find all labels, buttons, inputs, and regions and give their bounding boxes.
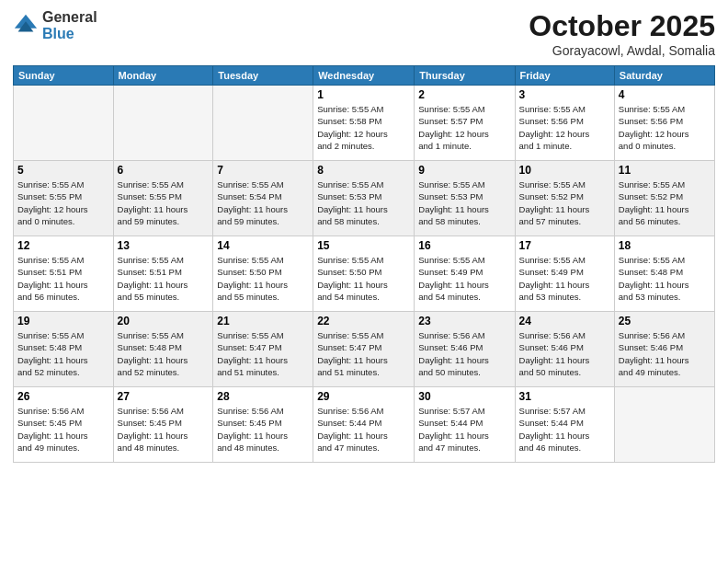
calendar-cell: 3Sunrise: 5:55 AMSunset: 5:56 PMDaylight… [515, 86, 614, 161]
header: General Blue October 2025 Gorayacowl, Aw… [13, 9, 715, 58]
calendar-cell: 7Sunrise: 5:55 AMSunset: 5:54 PMDaylight… [213, 161, 313, 236]
day-info: Sunrise: 5:56 AMSunset: 5:46 PMDaylight:… [619, 329, 711, 378]
calendar-cell: 8Sunrise: 5:55 AMSunset: 5:53 PMDaylight… [313, 161, 415, 236]
calendar-week-row: 12Sunrise: 5:55 AMSunset: 5:51 PMDayligh… [14, 236, 715, 312]
calendar-cell: 23Sunrise: 5:56 AMSunset: 5:46 PMDayligh… [415, 312, 515, 387]
calendar-cell: 10Sunrise: 5:55 AMSunset: 5:52 PMDayligh… [515, 161, 614, 236]
calendar-cell: 5Sunrise: 5:55 AMSunset: 5:55 PMDaylight… [14, 161, 114, 236]
day-info: Sunrise: 5:55 AMSunset: 5:48 PMDaylight:… [17, 329, 109, 378]
day-info: Sunrise: 5:56 AMSunset: 5:45 PMDaylight:… [118, 405, 210, 454]
day-number: 11 [619, 164, 711, 177]
calendar-cell: 29Sunrise: 5:56 AMSunset: 5:44 PMDayligh… [313, 387, 415, 463]
calendar-cell [213, 86, 313, 161]
day-number: 3 [519, 88, 610, 101]
header-monday: Monday [113, 66, 213, 86]
title-block: October 2025 Gorayacowl, Awdal, Somalia [529, 9, 715, 58]
calendar-cell [614, 387, 714, 463]
day-info: Sunrise: 5:55 AMSunset: 5:48 PMDaylight:… [118, 329, 210, 378]
day-number: 21 [217, 315, 309, 327]
day-info: Sunrise: 5:55 AMSunset: 5:55 PMDaylight:… [118, 178, 210, 227]
day-info: Sunrise: 5:55 AMSunset: 5:58 PMDaylight:… [317, 103, 410, 152]
day-info: Sunrise: 5:55 AMSunset: 5:47 PMDaylight:… [317, 329, 410, 378]
header-saturday: Saturday [614, 66, 714, 86]
day-info: Sunrise: 5:55 AMSunset: 5:54 PMDaylight:… [217, 178, 309, 227]
day-number: 5 [17, 164, 109, 177]
calendar-cell: 17Sunrise: 5:55 AMSunset: 5:49 PMDayligh… [515, 236, 614, 312]
month-title: October 2025 [529, 9, 715, 43]
day-info: Sunrise: 5:55 AMSunset: 5:48 PMDaylight:… [619, 254, 711, 303]
day-number: 10 [519, 164, 610, 177]
day-number: 6 [118, 164, 210, 177]
calendar-cell: 2Sunrise: 5:55 AMSunset: 5:57 PMDaylight… [415, 86, 515, 161]
day-number: 22 [317, 315, 410, 327]
calendar-week-row: 26Sunrise: 5:56 AMSunset: 5:45 PMDayligh… [14, 387, 715, 463]
day-number: 26 [17, 390, 109, 403]
calendar-cell: 16Sunrise: 5:55 AMSunset: 5:49 PMDayligh… [415, 236, 515, 312]
day-number: 30 [418, 390, 510, 403]
location-subtitle: Gorayacowl, Awdal, Somalia [529, 43, 715, 58]
day-info: Sunrise: 5:55 AMSunset: 5:55 PMDaylight:… [17, 178, 109, 227]
day-number: 4 [619, 88, 711, 101]
calendar-cell: 22Sunrise: 5:55 AMSunset: 5:47 PMDayligh… [313, 312, 415, 387]
day-number: 16 [418, 239, 510, 252]
header-friday: Friday [515, 66, 614, 86]
day-number: 23 [418, 315, 510, 327]
day-info: Sunrise: 5:56 AMSunset: 5:45 PMDaylight:… [217, 405, 309, 454]
day-number: 9 [418, 164, 510, 177]
day-number: 14 [217, 239, 309, 252]
day-number: 12 [17, 239, 109, 252]
calendar-cell: 30Sunrise: 5:57 AMSunset: 5:44 PMDayligh… [415, 387, 515, 463]
day-info: Sunrise: 5:55 AMSunset: 5:56 PMDaylight:… [619, 103, 711, 152]
calendar-cell: 13Sunrise: 5:55 AMSunset: 5:51 PMDayligh… [113, 236, 213, 312]
day-info: Sunrise: 5:55 AMSunset: 5:49 PMDaylight:… [519, 254, 610, 303]
day-number: 2 [418, 88, 510, 101]
calendar-cell: 24Sunrise: 5:56 AMSunset: 5:46 PMDayligh… [515, 312, 614, 387]
calendar-week-row: 5Sunrise: 5:55 AMSunset: 5:55 PMDaylight… [14, 161, 715, 236]
day-info: Sunrise: 5:56 AMSunset: 5:45 PMDaylight:… [17, 405, 109, 454]
logo: General Blue [13, 9, 97, 42]
calendar-table: Sunday Monday Tuesday Wednesday Thursday… [13, 65, 715, 463]
day-number: 8 [317, 164, 410, 177]
day-info: Sunrise: 5:55 AMSunset: 5:56 PMDaylight:… [519, 103, 610, 152]
day-info: Sunrise: 5:55 AMSunset: 5:51 PMDaylight:… [118, 254, 210, 303]
calendar-cell: 12Sunrise: 5:55 AMSunset: 5:51 PMDayligh… [14, 236, 114, 312]
day-number: 20 [118, 315, 210, 327]
day-number: 29 [317, 390, 410, 403]
day-number: 25 [619, 315, 711, 327]
calendar-cell: 28Sunrise: 5:56 AMSunset: 5:45 PMDayligh… [213, 387, 313, 463]
calendar-cell: 31Sunrise: 5:57 AMSunset: 5:44 PMDayligh… [515, 387, 614, 463]
day-info: Sunrise: 5:55 AMSunset: 5:52 PMDaylight:… [519, 178, 610, 227]
calendar-cell: 1Sunrise: 5:55 AMSunset: 5:58 PMDaylight… [313, 86, 415, 161]
calendar-week-row: 19Sunrise: 5:55 AMSunset: 5:48 PMDayligh… [14, 312, 715, 387]
calendar-cell: 21Sunrise: 5:55 AMSunset: 5:47 PMDayligh… [213, 312, 313, 387]
day-number: 24 [519, 315, 610, 327]
calendar-cell: 6Sunrise: 5:55 AMSunset: 5:55 PMDaylight… [113, 161, 213, 236]
day-info: Sunrise: 5:55 AMSunset: 5:47 PMDaylight:… [217, 329, 309, 378]
header-wednesday: Wednesday [313, 66, 415, 86]
calendar-cell: 18Sunrise: 5:55 AMSunset: 5:48 PMDayligh… [614, 236, 714, 312]
calendar-week-row: 1Sunrise: 5:55 AMSunset: 5:58 PMDaylight… [14, 86, 715, 161]
day-info: Sunrise: 5:56 AMSunset: 5:46 PMDaylight:… [519, 329, 610, 378]
logo-icon [13, 13, 39, 39]
logo-text: General Blue [42, 9, 97, 42]
calendar-cell: 14Sunrise: 5:55 AMSunset: 5:50 PMDayligh… [213, 236, 313, 312]
calendar-cell: 27Sunrise: 5:56 AMSunset: 5:45 PMDayligh… [113, 387, 213, 463]
calendar-cell: 9Sunrise: 5:55 AMSunset: 5:53 PMDaylight… [415, 161, 515, 236]
day-number: 13 [118, 239, 210, 252]
day-info: Sunrise: 5:56 AMSunset: 5:44 PMDaylight:… [317, 405, 410, 454]
calendar-cell: 19Sunrise: 5:55 AMSunset: 5:48 PMDayligh… [14, 312, 114, 387]
calendar-cell: 4Sunrise: 5:55 AMSunset: 5:56 PMDaylight… [614, 86, 714, 161]
day-number: 15 [317, 239, 410, 252]
day-info: Sunrise: 5:56 AMSunset: 5:46 PMDaylight:… [418, 329, 510, 378]
day-number: 1 [317, 88, 410, 101]
day-info: Sunrise: 5:55 AMSunset: 5:52 PMDaylight:… [619, 178, 711, 227]
day-info: Sunrise: 5:57 AMSunset: 5:44 PMDaylight:… [418, 405, 510, 454]
weekday-header-row: Sunday Monday Tuesday Wednesday Thursday… [14, 66, 715, 86]
header-tuesday: Tuesday [213, 66, 313, 86]
day-number: 17 [519, 239, 610, 252]
day-number: 31 [519, 390, 610, 403]
day-number: 18 [619, 239, 711, 252]
day-info: Sunrise: 5:55 AMSunset: 5:50 PMDaylight:… [217, 254, 309, 303]
day-info: Sunrise: 5:55 AMSunset: 5:49 PMDaylight:… [418, 254, 510, 303]
day-info: Sunrise: 5:55 AMSunset: 5:50 PMDaylight:… [317, 254, 410, 303]
